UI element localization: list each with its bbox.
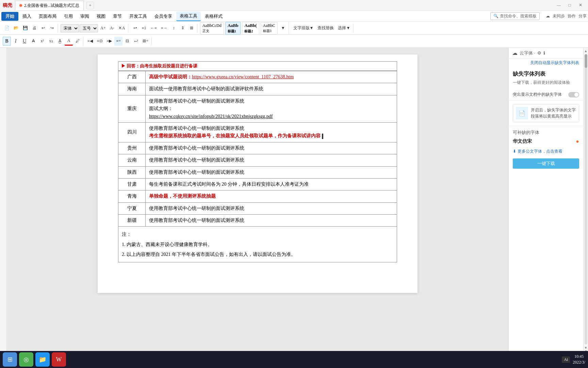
undo-button[interactable]: ↩ <box>39 24 47 33</box>
sync-label[interactable]: 未同步 <box>553 13 565 19</box>
document-area[interactable]: ▶ 回答：由考生抽取后按题目进行备课 广西 高级中学试题说明：https://w… <box>7 48 508 358</box>
align-center-button[interactable]: ≡⊙ <box>95 37 104 46</box>
maximize-button[interactable]: □ <box>565 1 574 10</box>
style-heading3[interactable]: AaBbC标题3 <box>261 22 278 34</box>
font-tools: 宋体 五号 A+ A- ✕A <box>59 24 128 33</box>
menu-view[interactable]: 视图 <box>93 12 109 21</box>
menu-vip[interactable]: 会员专享 <box>151 12 176 21</box>
start-icon: ⊞ <box>7 356 13 363</box>
clear-format-button[interactable]: ✕A <box>117 24 127 33</box>
font-style-panel-button[interactable]: 文字排版▼ <box>292 24 315 33</box>
border-shading-button[interactable]: ⊞+ <box>141 37 150 46</box>
strikethrough-button[interactable]: A̶ <box>29 37 37 46</box>
menu-review[interactable]: 审阅 <box>77 12 93 21</box>
font-decrease-button[interactable]: A- <box>108 24 116 33</box>
select-button[interactable]: 选择▼ <box>336 24 352 33</box>
indent-right-button[interactable]: ≡→ <box>159 24 169 33</box>
align-justify-button[interactable]: ≡= <box>114 37 122 46</box>
search-box[interactable]: 🔍 查找命令、搜索模板 <box>490 12 540 20</box>
style-normal[interactable]: AaBbCcDd正文 <box>200 22 224 34</box>
info-icon[interactable]: ℹ <box>543 50 545 56</box>
menu-chapter[interactable]: 章节 <box>110 12 125 21</box>
highlight-toggle[interactable] <box>568 92 579 97</box>
settings-icon[interactable]: ⚙ <box>537 50 541 56</box>
content-cell: 使用教育部考试中心统一研制的面试测评系统 考生需根据系统抽取的题单号，在抽题室人… <box>146 122 397 142</box>
panel-title: 缺失字体列表 <box>509 67 583 79</box>
find-replace-button[interactable]: 查找替换 <box>316 24 336 33</box>
bold-button[interactable]: B <box>3 37 11 46</box>
font-increase-button[interactable]: A+ <box>99 24 107 33</box>
cursor <box>322 134 323 139</box>
superscript-button[interactable]: x² <box>38 37 46 46</box>
download-button[interactable]: 一键下载 <box>513 158 579 169</box>
font-size-select[interactable]: 五号 <box>80 24 98 32</box>
scrollbar-thumb[interactable] <box>585 54 587 68</box>
menu-dev[interactable]: 开发工具 <box>126 12 150 21</box>
app-logo: 稿壳 <box>3 2 12 9</box>
province-cell: 海南 <box>118 83 146 95</box>
new-doc-button[interactable]: 📄 <box>3 24 11 33</box>
table-button[interactable]: ⊞ <box>187 24 196 33</box>
font-family-select[interactable]: 宋体 <box>61 24 79 32</box>
italic-button[interactable]: I <box>12 37 20 46</box>
distribute-button[interactable]: ⊟ <box>123 37 131 46</box>
open-button[interactable]: 📂 <box>12 24 20 33</box>
menu-reference[interactable]: 引用 <box>61 12 76 21</box>
modified-indicator <box>19 4 22 7</box>
content-cell: 使用教育部考试中心统一研制的面试测评系统 面试大纲： https://www.c… <box>146 95 397 122</box>
share-label[interactable]: 分享 <box>578 13 587 19</box>
menu-table-tools[interactable]: 表格工具 <box>176 12 201 21</box>
style-heading1[interactable]: AaBb标题1 <box>225 22 241 35</box>
table-row: 四川 使用教育部考试中心统一研制的面试测评系统 考生需根据系统抽取的题单号，在抽… <box>118 122 397 142</box>
taskbar-ai-label[interactable]: Ai <box>562 356 570 363</box>
scroll-up-button[interactable]: ▲ <box>584 49 588 53</box>
highlight-button[interactable]: 🖊 <box>74 37 82 46</box>
close-panel-link[interactable]: 关闭自动显示缺失字体列表 <box>509 59 583 67</box>
redo-button[interactable]: ↪ <box>48 24 56 33</box>
font-color-button[interactable]: A <box>65 37 73 46</box>
align-right-button[interactable]: ≡▶ <box>105 37 114 46</box>
start-button[interactable]: ⊞ <box>3 352 17 367</box>
task-btn-4[interactable]: W <box>52 352 66 367</box>
more-styles-button[interactable]: ▼ <box>279 24 287 33</box>
new-tab-button[interactable]: + <box>86 2 94 9</box>
task-btn-3[interactable]: 📁 <box>35 352 50 367</box>
indent-left-button[interactable]: ←≡ <box>149 24 159 33</box>
text-direction-button[interactable]: ⮐ <box>132 37 140 46</box>
minimize-button[interactable]: — <box>554 1 564 10</box>
document-tab[interactable]: 2.全国各省份...试抽题方式汇总 <box>15 1 84 10</box>
sichuan-note: 考生需根据系统抽取的题单号，在抽题室人员处领取试题单，作为备课和试讲内容 <box>149 133 321 138</box>
menu-insert[interactable]: 插入 <box>19 12 35 21</box>
guangxi-link[interactable]: https://www.gxeea.cn/view/content_1107_2… <box>192 74 294 79</box>
style-heading2[interactable]: AaBb(标题2 <box>242 22 259 35</box>
align-left-button[interactable]: ≡◀ <box>86 37 95 46</box>
close-button[interactable]: ✕ <box>576 1 585 10</box>
taskbar-time: 10:45 2022/3/ <box>573 354 585 365</box>
bullet-list-button[interactable]: ≡• <box>131 24 139 33</box>
shadow-button[interactable]: A̲ <box>56 37 64 46</box>
search-icon: 🔍 <box>493 14 499 19</box>
task-btn-2[interactable]: ◎ <box>19 352 33 367</box>
line-spacing-button[interactable]: ↕ <box>170 24 178 33</box>
right-scrollbar[interactable]: ▲ ▼ <box>583 48 588 358</box>
underline-button[interactable]: U <box>20 37 29 46</box>
collab-label[interactable]: 协作 <box>568 13 576 19</box>
table-row: 青海 单独命题，不使用测评系统抽题 <box>118 190 397 202</box>
scroll-down-button[interactable]: ▼ <box>584 346 588 350</box>
more-fonts-link[interactable]: ⬇ 更多公文字体，点击查看 <box>509 147 583 156</box>
scrollbar-track[interactable] <box>585 54 587 344</box>
content-cell: 使用教育部考试中心统一研制的面试测评系统 <box>146 166 397 178</box>
font-name: 华文仿宋 <box>513 138 532 144</box>
menu-table-style[interactable]: 表格样式 <box>201 12 226 21</box>
paragraph-spacing-button[interactable]: ⇕ <box>179 24 187 33</box>
download-small-icon: ⬇ <box>513 149 516 154</box>
menu-layout[interactable]: 页面布局 <box>35 12 60 21</box>
subscript-button[interactable]: x₂ <box>47 37 55 46</box>
ordered-list-button[interactable]: ≡1 <box>140 24 148 33</box>
menu-start[interactable]: 开始 <box>1 12 18 21</box>
supplementable-label: 可补缺的字体 <box>509 127 583 136</box>
save-button[interactable]: 💾 <box>21 24 30 33</box>
menu-right-actions: ☁ 未同步 协作 分享 <box>546 13 587 19</box>
print-button[interactable]: 🖨 <box>30 24 38 33</box>
table-row: 广西 高级中学试题说明：https://www.gxeea.cn/view/co… <box>118 71 397 83</box>
